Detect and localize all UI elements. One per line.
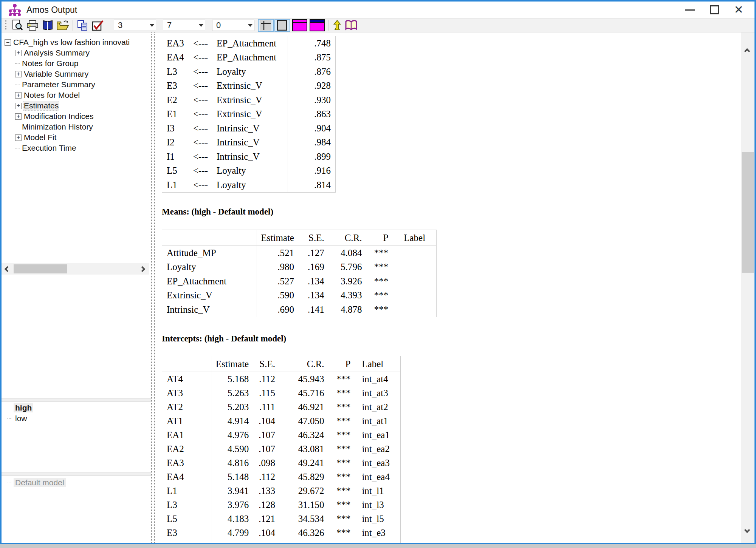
minimize-button[interactable] — [678, 3, 702, 17]
close-button[interactable]: ✕ — [727, 3, 751, 17]
cell-construct: EP_Attachment — [212, 52, 288, 63]
expand-icon[interactable]: + — [15, 92, 22, 99]
tree-horizontal-scrollbar[interactable] — [2, 263, 149, 275]
help-book-button[interactable] — [40, 19, 55, 31]
cell-construct: Intrinsic_V — [212, 151, 288, 162]
cell-cr: 46.921 — [280, 402, 329, 412]
print-button[interactable] — [25, 19, 40, 31]
cell-name: EA1 — [162, 428, 212, 442]
cell-p: *** — [367, 262, 393, 272]
cell-estimate: .876 — [288, 65, 335, 79]
cell-variable: L1 — [162, 180, 189, 190]
cell-name: Loyalty — [162, 260, 257, 275]
cell-name: Attitude_MP — [162, 246, 257, 260]
cell-label: int_at1 — [355, 416, 400, 426]
cell-se: .112 — [253, 472, 280, 482]
standardized-weights-table: EA3<---EP_Attachment.748EA4<---EP_Attach… — [162, 36, 336, 193]
open-file-button[interactable] — [55, 19, 70, 31]
decimal-places-dropdown[interactable]: 3 — [114, 20, 156, 31]
model-item[interactable]: Default model — [2, 477, 151, 488]
text-output-book-button[interactable] — [344, 19, 359, 31]
cell-estimate: 4.590 — [212, 444, 254, 454]
tree-item-parameter-summary[interactable]: Parameter Summary — [2, 79, 151, 90]
cell-se: .111 — [253, 402, 280, 412]
cell-estimate: 5.168 — [212, 374, 254, 384]
panel-splitter[interactable] — [151, 32, 155, 543]
tree-item-notes-for-model[interactable]: +Notes for Model — [2, 90, 151, 100]
cell-name: EP_Attachment — [162, 274, 257, 289]
cell-arrow: <--- — [189, 180, 212, 190]
highlight-color-button[interactable] — [292, 19, 307, 31]
cell-name: Intrinsic_V — [162, 303, 257, 317]
table-row: L3<---Loyalty.876 — [162, 65, 335, 79]
tree-item-root[interactable]: − CFA_high vs low fashion innovati — [2, 37, 151, 48]
expand-icon[interactable]: + — [15, 113, 22, 120]
scroll-right-icon[interactable] — [139, 266, 146, 272]
copy-button[interactable] — [75, 19, 90, 31]
vertical-scrollbar[interactable] — [741, 32, 754, 543]
cell-p: *** — [329, 388, 355, 398]
collapse-icon[interactable]: − — [5, 39, 11, 46]
magenta-swatch-icon — [293, 20, 307, 23]
cell-name: L5 — [162, 512, 212, 526]
table-row: E34.799.10446.326***int_e3 — [162, 526, 400, 540]
tree-item-modification-indices[interactable]: +Modification Indices — [2, 111, 151, 122]
expand-icon[interactable]: + — [15, 71, 22, 77]
table-row: Attitude_MP.521.1274.084*** — [162, 246, 436, 260]
column-width-dropdown[interactable]: 7 — [163, 20, 205, 31]
scroll-down-icon[interactable] — [744, 527, 750, 533]
cell-se: .098 — [253, 458, 280, 468]
group-item-low[interactable]: low — [2, 413, 151, 424]
expand-icon[interactable]: + — [15, 50, 22, 56]
show-border-toggle[interactable] — [274, 19, 290, 32]
cell-estimate: .814 — [288, 178, 335, 192]
print-preview-button[interactable] — [10, 19, 25, 31]
cell-variable: I2 — [162, 137, 189, 148]
cell-label: int_ea1 — [355, 430, 400, 440]
pane-separator[interactable] — [2, 398, 151, 402]
toolbar-separator — [108, 20, 108, 31]
tree-item-minimization-history[interactable]: Minimization History — [2, 122, 151, 132]
scrollbar-thumb[interactable] — [742, 152, 754, 273]
rounding-dropdown[interactable]: 0 — [212, 20, 254, 31]
title-bar: Amos Output ✕ — [2, 2, 754, 18]
maximize-button[interactable] — [702, 3, 727, 17]
group-item-high[interactable]: high — [2, 403, 151, 413]
cell-name: AT2 — [162, 400, 212, 414]
cell-estimate: .899 — [288, 150, 335, 164]
show-grid-toggle[interactable] — [258, 19, 274, 32]
scrollbar-thumb[interactable] — [14, 264, 67, 273]
scroll-up-icon[interactable] — [744, 48, 750, 54]
pointer-up-button[interactable] — [331, 19, 344, 31]
options-check-button[interactable] — [90, 19, 105, 31]
tree-item-analysis-summary[interactable]: +Analysis Summary — [2, 48, 151, 58]
cell-variable: I3 — [162, 123, 189, 134]
pane-separator[interactable] — [2, 472, 151, 476]
cell-cr: 46.324 — [280, 430, 329, 440]
expand-icon[interactable]: + — [15, 103, 22, 109]
cell-se: .128 — [253, 500, 280, 510]
tree-item-model-fit[interactable]: +Model Fit — [2, 132, 151, 143]
cell-cr: 29.672 — [280, 486, 329, 496]
toolbar-grip[interactable] — [5, 20, 7, 30]
alt-highlight-color-button[interactable] — [310, 19, 325, 31]
cell-estimate: .863 — [288, 107, 335, 122]
tree-item-notes-for-group[interactable]: Notes for Group — [2, 58, 151, 69]
scroll-left-icon[interactable] — [5, 266, 11, 272]
header-cr: C.R. — [280, 359, 329, 369]
tree-dash — [15, 148, 20, 148]
tree-item-estimates[interactable]: +Estimates — [2, 100, 151, 111]
cell-cr: 46.326 — [280, 528, 329, 538]
cell-estimate: .984 — [288, 136, 335, 150]
table-header-row: EstimateS.E.C.R.PLabel — [162, 356, 400, 372]
book-icon — [42, 20, 54, 31]
dropdown-value: 0 — [216, 20, 246, 30]
cell-arrow: <--- — [189, 151, 212, 162]
tree-item-variable-summary[interactable]: +Variable Summary — [2, 69, 151, 79]
table-row: EA45.148.11245.829***int_ea4 — [162, 470, 400, 484]
content-area: − CFA_high vs low fashion innovati +Anal… — [2, 32, 754, 543]
header-se: S.E. — [253, 359, 280, 369]
expand-icon[interactable]: + — [15, 134, 22, 141]
model-label: Default model — [14, 478, 66, 487]
tree-item-execution-time[interactable]: Execution Time — [2, 143, 151, 153]
